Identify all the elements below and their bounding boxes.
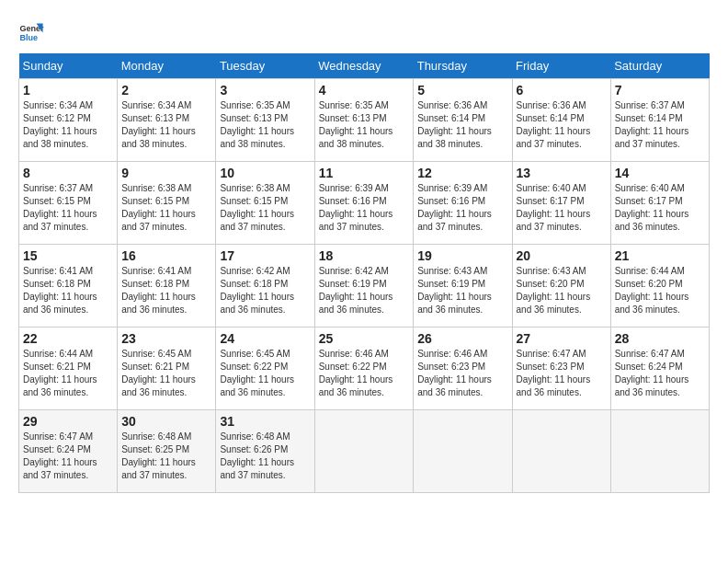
day-detail: Sunrise: 6:40 AM Sunset: 6:17 PM Dayligh… bbox=[615, 182, 705, 234]
day-number: 11 bbox=[319, 166, 410, 180]
day-detail: Sunrise: 6:42 AM Sunset: 6:18 PM Dayligh… bbox=[220, 265, 310, 316]
day-detail: Sunrise: 6:42 AM Sunset: 6:19 PM Dayligh… bbox=[319, 265, 410, 316]
day-detail: Sunrise: 6:43 AM Sunset: 6:19 PM Dayligh… bbox=[417, 265, 507, 316]
calendar-cell: 13Sunrise: 6:40 AM Sunset: 6:17 PM Dayli… bbox=[512, 162, 610, 245]
calendar-week-2: 8Sunrise: 6:37 AM Sunset: 6:15 PM Daylig… bbox=[19, 162, 710, 245]
day-detail: Sunrise: 6:47 AM Sunset: 6:24 PM Dayligh… bbox=[23, 431, 113, 482]
day-detail: Sunrise: 6:47 AM Sunset: 6:23 PM Dayligh… bbox=[517, 348, 607, 399]
calendar-cell: 6Sunrise: 6:36 AM Sunset: 6:14 PM Daylig… bbox=[512, 79, 610, 162]
calendar-cell: 18Sunrise: 6:42 AM Sunset: 6:19 PM Dayli… bbox=[314, 245, 414, 327]
day-detail: Sunrise: 6:44 AM Sunset: 6:21 PM Dayligh… bbox=[23, 348, 113, 399]
day-detail: Sunrise: 6:43 AM Sunset: 6:20 PM Dayligh… bbox=[517, 265, 607, 316]
day-number: 16 bbox=[121, 248, 211, 263]
day-detail: Sunrise: 6:39 AM Sunset: 6:16 PM Dayligh… bbox=[319, 182, 410, 234]
day-number: 10 bbox=[220, 166, 310, 180]
calendar-cell: 21Sunrise: 6:44 AM Sunset: 6:20 PM Dayli… bbox=[610, 245, 709, 327]
day-detail: Sunrise: 6:45 AM Sunset: 6:22 PM Dayligh… bbox=[220, 348, 310, 399]
day-detail: Sunrise: 6:48 AM Sunset: 6:25 PM Dayligh… bbox=[121, 431, 211, 482]
day-detail: Sunrise: 6:40 AM Sunset: 6:17 PM Dayligh… bbox=[517, 182, 607, 234]
logo: General Blue bbox=[18, 18, 48, 44]
calendar-cell: 10Sunrise: 6:38 AM Sunset: 6:15 PM Dayli… bbox=[216, 162, 314, 245]
calendar-cell: 17Sunrise: 6:42 AM Sunset: 6:18 PM Dayli… bbox=[216, 245, 314, 327]
day-detail: Sunrise: 6:34 AM Sunset: 6:13 PM Dayligh… bbox=[121, 99, 211, 151]
col-header-saturday: Saturday bbox=[610, 53, 709, 79]
day-number: 31 bbox=[220, 414, 310, 429]
calendar-table: SundayMondayTuesdayWednesdayThursdayFrid… bbox=[18, 53, 710, 493]
calendar-cell: 27Sunrise: 6:47 AM Sunset: 6:23 PM Dayli… bbox=[512, 327, 610, 410]
day-detail: Sunrise: 6:46 AM Sunset: 6:23 PM Dayligh… bbox=[417, 348, 507, 399]
calendar-cell: 15Sunrise: 6:41 AM Sunset: 6:18 PM Dayli… bbox=[19, 245, 118, 327]
day-number: 21 bbox=[615, 248, 705, 263]
day-number: 14 bbox=[615, 166, 705, 180]
day-detail: Sunrise: 6:38 AM Sunset: 6:15 PM Dayligh… bbox=[220, 182, 310, 234]
calendar-cell: 28Sunrise: 6:47 AM Sunset: 6:24 PM Dayli… bbox=[610, 327, 709, 410]
day-number: 7 bbox=[615, 83, 705, 98]
day-detail: Sunrise: 6:38 AM Sunset: 6:15 PM Dayligh… bbox=[121, 182, 211, 234]
day-number: 23 bbox=[121, 331, 211, 346]
page-header: General Blue bbox=[18, 18, 710, 44]
calendar-cell: 29Sunrise: 6:47 AM Sunset: 6:24 PM Dayli… bbox=[19, 410, 118, 493]
day-detail: Sunrise: 6:35 AM Sunset: 6:13 PM Dayligh… bbox=[319, 99, 410, 151]
col-header-thursday: Thursday bbox=[414, 53, 512, 79]
day-number: 25 bbox=[319, 331, 410, 346]
day-number: 2 bbox=[121, 83, 211, 98]
day-number: 22 bbox=[23, 331, 113, 346]
calendar-cell: 9Sunrise: 6:38 AM Sunset: 6:15 PM Daylig… bbox=[118, 162, 216, 245]
calendar-cell: 11Sunrise: 6:39 AM Sunset: 6:16 PM Dayli… bbox=[314, 162, 414, 245]
day-detail: Sunrise: 6:36 AM Sunset: 6:14 PM Dayligh… bbox=[417, 99, 507, 151]
calendar-cell: 22Sunrise: 6:44 AM Sunset: 6:21 PM Dayli… bbox=[19, 327, 118, 410]
day-number: 15 bbox=[23, 248, 113, 263]
day-number: 9 bbox=[121, 166, 211, 180]
calendar-cell: 24Sunrise: 6:45 AM Sunset: 6:22 PM Dayli… bbox=[216, 327, 314, 410]
calendar-week-3: 15Sunrise: 6:41 AM Sunset: 6:18 PM Dayli… bbox=[19, 245, 710, 327]
calendar-cell: 3Sunrise: 6:35 AM Sunset: 6:13 PM Daylig… bbox=[216, 79, 314, 162]
calendar-cell: 2Sunrise: 6:34 AM Sunset: 6:13 PM Daylig… bbox=[118, 79, 216, 162]
day-number: 19 bbox=[417, 248, 507, 263]
day-detail: Sunrise: 6:47 AM Sunset: 6:24 PM Dayligh… bbox=[615, 348, 705, 399]
day-number: 8 bbox=[23, 166, 113, 180]
calendar-cell: 25Sunrise: 6:46 AM Sunset: 6:22 PM Dayli… bbox=[314, 327, 414, 410]
day-number: 1 bbox=[23, 83, 113, 98]
day-detail: Sunrise: 6:35 AM Sunset: 6:13 PM Dayligh… bbox=[220, 99, 310, 151]
day-detail: Sunrise: 6:39 AM Sunset: 6:16 PM Dayligh… bbox=[417, 182, 507, 234]
day-number: 28 bbox=[615, 331, 705, 346]
day-detail: Sunrise: 6:41 AM Sunset: 6:18 PM Dayligh… bbox=[121, 265, 211, 316]
logo-icon: General Blue bbox=[18, 18, 44, 44]
day-number: 18 bbox=[319, 248, 410, 263]
day-detail: Sunrise: 6:45 AM Sunset: 6:21 PM Dayligh… bbox=[121, 348, 211, 399]
calendar-week-1: 1Sunrise: 6:34 AM Sunset: 6:12 PM Daylig… bbox=[19, 79, 710, 162]
day-detail: Sunrise: 6:41 AM Sunset: 6:18 PM Dayligh… bbox=[23, 265, 113, 316]
col-header-tuesday: Tuesday bbox=[216, 53, 314, 79]
day-detail: Sunrise: 6:37 AM Sunset: 6:15 PM Dayligh… bbox=[23, 182, 113, 234]
day-number: 3 bbox=[220, 83, 310, 98]
calendar-cell: 23Sunrise: 6:45 AM Sunset: 6:21 PM Dayli… bbox=[118, 327, 216, 410]
calendar-cell: 20Sunrise: 6:43 AM Sunset: 6:20 PM Dayli… bbox=[512, 245, 610, 327]
day-detail: Sunrise: 6:46 AM Sunset: 6:22 PM Dayligh… bbox=[319, 348, 410, 399]
day-detail: Sunrise: 6:37 AM Sunset: 6:14 PM Dayligh… bbox=[615, 99, 705, 151]
calendar-cell: 1Sunrise: 6:34 AM Sunset: 6:12 PM Daylig… bbox=[19, 79, 118, 162]
calendar-cell bbox=[314, 410, 414, 493]
day-number: 17 bbox=[220, 248, 310, 263]
day-number: 27 bbox=[517, 331, 607, 346]
day-number: 5 bbox=[417, 83, 507, 98]
calendar-cell: 30Sunrise: 6:48 AM Sunset: 6:25 PM Dayli… bbox=[118, 410, 216, 493]
day-number: 4 bbox=[319, 83, 410, 98]
calendar-cell bbox=[512, 410, 610, 493]
calendar-cell: 5Sunrise: 6:36 AM Sunset: 6:14 PM Daylig… bbox=[414, 79, 512, 162]
day-number: 29 bbox=[23, 414, 113, 429]
col-header-monday: Monday bbox=[118, 53, 216, 79]
day-number: 26 bbox=[417, 331, 507, 346]
day-number: 12 bbox=[417, 166, 507, 180]
calendar-week-4: 22Sunrise: 6:44 AM Sunset: 6:21 PM Dayli… bbox=[19, 327, 710, 410]
day-number: 20 bbox=[517, 248, 607, 263]
calendar-cell bbox=[414, 410, 512, 493]
calendar-cell: 4Sunrise: 6:35 AM Sunset: 6:13 PM Daylig… bbox=[314, 79, 414, 162]
day-number: 13 bbox=[517, 166, 607, 180]
day-number: 24 bbox=[220, 331, 310, 346]
svg-text:Blue: Blue bbox=[19, 33, 38, 42]
calendar-cell bbox=[610, 410, 709, 493]
calendar-cell: 14Sunrise: 6:40 AM Sunset: 6:17 PM Dayli… bbox=[610, 162, 709, 245]
col-header-sunday: Sunday bbox=[19, 53, 118, 79]
calendar-cell: 8Sunrise: 6:37 AM Sunset: 6:15 PM Daylig… bbox=[19, 162, 118, 245]
calendar-week-5: 29Sunrise: 6:47 AM Sunset: 6:24 PM Dayli… bbox=[19, 410, 710, 493]
